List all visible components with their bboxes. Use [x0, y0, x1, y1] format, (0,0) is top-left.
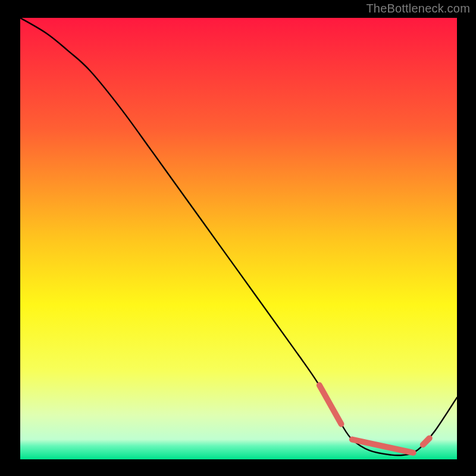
gradient-background	[20, 18, 457, 459]
chart-container: TheBottleneck.com	[0, 0, 476, 476]
bottleneck-curve-chart	[20, 18, 457, 459]
attribution-text: TheBottleneck.com	[366, 2, 470, 15]
